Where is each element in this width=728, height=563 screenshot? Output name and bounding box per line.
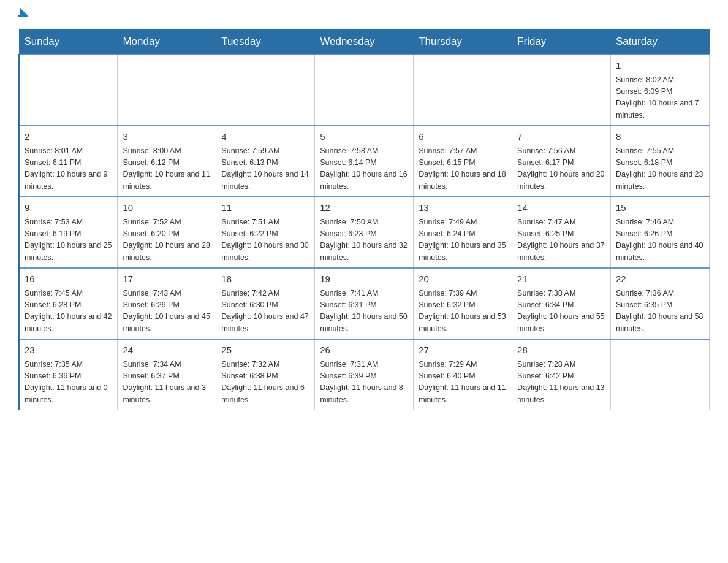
day-info: Sunrise: 7:28 AM Sunset: 6:42 PM Dayligh… — [517, 359, 605, 407]
day-number: 27 — [419, 343, 507, 358]
calendar-cell: 21Sunrise: 7:38 AM Sunset: 6:34 PM Dayli… — [512, 268, 611, 339]
calendar-header-row: SundayMondayTuesdayWednesdayThursdayFrid… — [19, 29, 710, 55]
day-info: Sunrise: 7:36 AM Sunset: 6:35 PM Dayligh… — [616, 288, 704, 335]
day-info: Sunrise: 7:34 AM Sunset: 6:37 PM Dayligh… — [123, 359, 211, 407]
day-info: Sunrise: 7:52 AM Sunset: 6:20 PM Dayligh… — [123, 216, 211, 264]
day-info: Sunrise: 7:45 AM Sunset: 6:28 PM Dayligh… — [25, 288, 112, 335]
calendar-cell — [512, 55, 611, 126]
day-info: Sunrise: 8:01 AM Sunset: 6:11 PM Dayligh… — [25, 145, 112, 193]
day-info: Sunrise: 7:38 AM Sunset: 6:34 PM Dayligh… — [517, 288, 605, 335]
day-info: Sunrise: 7:29 AM Sunset: 6:40 PM Dayligh… — [419, 359, 507, 407]
calendar-cell: 18Sunrise: 7:42 AM Sunset: 6:30 PM Dayli… — [216, 268, 315, 339]
calendar-cell — [611, 339, 710, 410]
calendar-cell: 16Sunrise: 7:45 AM Sunset: 6:28 PM Dayli… — [19, 268, 118, 339]
calendar-cell: 3Sunrise: 8:00 AM Sunset: 6:12 PM Daylig… — [118, 126, 216, 197]
day-number: 16 — [25, 272, 112, 286]
calendar-cell: 5Sunrise: 7:58 AM Sunset: 6:14 PM Daylig… — [315, 126, 414, 197]
day-number: 11 — [221, 201, 309, 215]
logo-underline — [18, 15, 28, 17]
calendar-cell: 27Sunrise: 7:29 AM Sunset: 6:40 PM Dayli… — [414, 339, 512, 410]
day-number: 18 — [221, 272, 309, 286]
day-number: 21 — [517, 272, 605, 286]
day-number: 28 — [517, 343, 605, 358]
week-row-4: 16Sunrise: 7:45 AM Sunset: 6:28 PM Dayli… — [19, 268, 710, 339]
day-info: Sunrise: 7:35 AM Sunset: 6:36 PM Dayligh… — [25, 359, 112, 407]
week-row-5: 23Sunrise: 7:35 AM Sunset: 6:36 PM Dayli… — [19, 339, 710, 410]
day-number: 4 — [221, 130, 309, 144]
logo — [18, 12, 28, 17]
col-header-thursday: Thursday — [414, 29, 512, 55]
day-number: 24 — [123, 343, 211, 358]
calendar-cell: 23Sunrise: 7:35 AM Sunset: 6:36 PM Dayli… — [19, 339, 118, 410]
calendar-cell: 12Sunrise: 7:50 AM Sunset: 6:23 PM Dayli… — [315, 197, 414, 268]
calendar-cell: 1Sunrise: 8:02 AM Sunset: 6:09 PM Daylig… — [611, 55, 710, 126]
calendar-cell: 4Sunrise: 7:59 AM Sunset: 6:13 PM Daylig… — [216, 126, 315, 197]
col-header-tuesday: Tuesday — [216, 29, 315, 55]
day-info: Sunrise: 7:39 AM Sunset: 6:32 PM Dayligh… — [419, 288, 507, 335]
calendar-cell — [414, 55, 512, 126]
day-info: Sunrise: 7:42 AM Sunset: 6:30 PM Dayligh… — [221, 288, 309, 335]
week-row-1: 1Sunrise: 8:02 AM Sunset: 6:09 PM Daylig… — [19, 55, 710, 126]
day-info: Sunrise: 8:02 AM Sunset: 6:09 PM Dayligh… — [616, 74, 704, 122]
calendar-cell: 26Sunrise: 7:31 AM Sunset: 6:39 PM Dayli… — [315, 339, 414, 410]
day-info: Sunrise: 7:57 AM Sunset: 6:15 PM Dayligh… — [419, 145, 507, 193]
calendar-cell: 9Sunrise: 7:53 AM Sunset: 6:19 PM Daylig… — [19, 197, 118, 268]
day-info: Sunrise: 7:56 AM Sunset: 6:17 PM Dayligh… — [517, 145, 605, 193]
day-number: 2 — [25, 130, 112, 144]
calendar-cell: 8Sunrise: 7:55 AM Sunset: 6:18 PM Daylig… — [611, 126, 710, 197]
day-number: 12 — [320, 201, 408, 215]
calendar-cell — [19, 55, 118, 126]
day-number: 6 — [419, 130, 507, 144]
day-info: Sunrise: 7:58 AM Sunset: 6:14 PM Dayligh… — [320, 145, 408, 193]
calendar-cell: 13Sunrise: 7:49 AM Sunset: 6:24 PM Dayli… — [414, 197, 512, 268]
day-number: 1 — [616, 59, 704, 73]
day-info: Sunrise: 7:31 AM Sunset: 6:39 PM Dayligh… — [320, 359, 408, 407]
day-info: Sunrise: 8:00 AM Sunset: 6:12 PM Dayligh… — [123, 145, 211, 193]
calendar-cell: 17Sunrise: 7:43 AM Sunset: 6:29 PM Dayli… — [118, 268, 216, 339]
calendar-cell: 22Sunrise: 7:36 AM Sunset: 6:35 PM Dayli… — [611, 268, 710, 339]
col-header-wednesday: Wednesday — [315, 29, 414, 55]
calendar-cell: 15Sunrise: 7:46 AM Sunset: 6:26 PM Dayli… — [611, 197, 710, 268]
page-header — [18, 12, 710, 17]
col-header-saturday: Saturday — [611, 29, 710, 55]
day-number: 8 — [616, 130, 704, 144]
calendar-cell: 28Sunrise: 7:28 AM Sunset: 6:42 PM Dayli… — [512, 339, 611, 410]
calendar-cell: 20Sunrise: 7:39 AM Sunset: 6:32 PM Dayli… — [414, 268, 512, 339]
day-info: Sunrise: 7:55 AM Sunset: 6:18 PM Dayligh… — [616, 145, 704, 193]
day-info: Sunrise: 7:51 AM Sunset: 6:22 PM Dayligh… — [221, 216, 309, 264]
day-number: 23 — [25, 343, 112, 358]
calendar-cell — [118, 55, 216, 126]
day-number: 25 — [221, 343, 309, 358]
calendar-cell: 24Sunrise: 7:34 AM Sunset: 6:37 PM Dayli… — [118, 339, 216, 410]
week-row-2: 2Sunrise: 8:01 AM Sunset: 6:11 PM Daylig… — [19, 126, 710, 197]
day-info: Sunrise: 7:41 AM Sunset: 6:31 PM Dayligh… — [320, 288, 408, 335]
day-info: Sunrise: 7:46 AM Sunset: 6:26 PM Dayligh… — [616, 216, 704, 264]
calendar-cell: 25Sunrise: 7:32 AM Sunset: 6:38 PM Dayli… — [216, 339, 315, 410]
day-info: Sunrise: 7:32 AM Sunset: 6:38 PM Dayligh… — [221, 359, 309, 407]
day-number: 13 — [419, 201, 507, 215]
day-number: 10 — [123, 201, 211, 215]
week-row-3: 9Sunrise: 7:53 AM Sunset: 6:19 PM Daylig… — [19, 197, 710, 268]
day-number: 20 — [419, 272, 507, 286]
col-header-sunday: Sunday — [19, 29, 118, 55]
day-number: 9 — [25, 201, 112, 215]
calendar-cell: 7Sunrise: 7:56 AM Sunset: 6:17 PM Daylig… — [512, 126, 611, 197]
day-number: 15 — [616, 201, 704, 215]
calendar-cell — [315, 55, 414, 126]
calendar-cell: 2Sunrise: 8:01 AM Sunset: 6:11 PM Daylig… — [19, 126, 118, 197]
col-header-friday: Friday — [512, 29, 611, 55]
calendar-cell: 19Sunrise: 7:41 AM Sunset: 6:31 PM Dayli… — [315, 268, 414, 339]
calendar-cell: 10Sunrise: 7:52 AM Sunset: 6:20 PM Dayli… — [118, 197, 216, 268]
day-number: 14 — [517, 201, 605, 215]
day-info: Sunrise: 7:47 AM Sunset: 6:25 PM Dayligh… — [517, 216, 605, 264]
day-info: Sunrise: 7:50 AM Sunset: 6:23 PM Dayligh… — [320, 216, 408, 264]
calendar-cell: 11Sunrise: 7:51 AM Sunset: 6:22 PM Dayli… — [216, 197, 315, 268]
calendar-cell — [216, 55, 315, 126]
day-info: Sunrise: 7:53 AM Sunset: 6:19 PM Dayligh… — [25, 216, 112, 264]
day-number: 5 — [320, 130, 408, 144]
day-number: 22 — [616, 272, 704, 286]
day-number: 17 — [123, 272, 211, 286]
day-number: 3 — [123, 130, 211, 144]
calendar-table: SundayMondayTuesdayWednesdayThursdayFrid… — [18, 29, 710, 410]
day-number: 7 — [517, 130, 605, 144]
